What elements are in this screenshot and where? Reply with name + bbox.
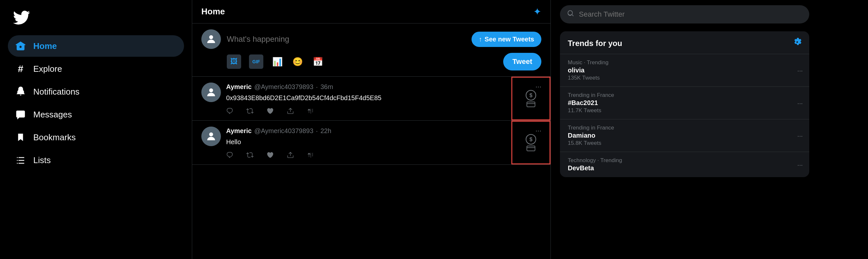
tweet-2-time: 22h [320,127,331,135]
twitter-logo[interactable] [8,5,184,31]
schedule-icon[interactable]: 📅 [312,56,324,68]
composer-actions: 🖼 GIF 📊 😊 📅 Tweet [202,53,541,70]
trend-bac-more-icon[interactable]: ··· [797,99,803,107]
tweet-1-reply-button[interactable] [226,107,233,115]
trend-item-olivia[interactable]: Music · Trending olivia 135K Tweets ··· [560,54,809,87]
composer-top: ↑ See new Tweets [202,29,541,49]
image-upload-icon[interactable]: 🖼 [227,55,241,69]
lists-icon [14,154,27,166]
svg-rect-4 [527,102,535,107]
page-title: Home [202,6,225,17]
tweet-2: Aymeric @Aymeric40379893 · 22h ··· Hello [192,121,551,165]
gif-icon[interactable]: GIF [249,55,264,69]
svg-point-0 [209,35,213,39]
tweet-2-text: Hello [226,137,541,147]
tweet-1-share-button[interactable] [287,107,294,115]
tweet-2-avatar [202,127,221,146]
trend-item-damiano[interactable]: Trending in France Damiano 15.8K Tweets … [560,119,809,152]
tweet-2-dot: · [316,127,318,135]
trend-devbeta-name: DevBeta [568,164,801,172]
tweet-composer: ↑ See new Tweets 🖼 GIF 📊 😊 📅 Tweet [192,24,551,77]
svg-point-1 [209,88,213,92]
explore-icon: # [14,63,27,75]
messages-icon [14,108,27,121]
tweet-2-tip-icon[interactable]: $ [525,133,537,152]
tweet-1-actions [226,107,541,115]
svg-point-6 [209,132,213,136]
trend-devbeta-category: Technology · Trending [568,157,801,164]
poll-icon[interactable]: 📊 [271,56,284,68]
sidebar-item-home-label: Home [33,41,57,51]
sidebar-item-lists[interactable]: Lists [8,150,184,171]
search-input[interactable] [579,10,802,19]
sidebar-item-messages-label: Messages [33,109,72,120]
tweet-2-author: Aymeric [226,127,252,135]
trend-olivia-category: Music · Trending [568,59,801,66]
trends-header: Trends for you [560,31,809,54]
tweet-1-dot: · [316,83,318,91]
tweet-2-like-button[interactable] [267,151,274,159]
main-header: Home ✦ [192,0,551,24]
trend-item-devbeta[interactable]: Technology · Trending DevBeta ··· [560,152,809,177]
emoji-icon[interactable]: 😊 [291,56,304,68]
tweet-2-tip-box: $ [512,121,551,164]
tweet-1-header: Aymeric @Aymeric40379893 · 36m ··· [226,83,541,91]
sidebar-item-explore[interactable]: # Explore [8,58,184,79]
sparkle-icon[interactable]: ✦ [533,6,541,17]
tweet-2-handle: @Aymeric40379893 [254,127,313,135]
tweet-1-text: 0x93843E8bd6D2E1Ca9fD2b54Cf4dcFbd15F4d5E… [226,93,541,103]
tweet-1-time: 36m [320,83,333,91]
trend-damiano-name: Damiano [568,132,801,139]
trend-olivia-count: 135K Tweets [568,75,801,81]
sidebar: Home # Explore Notifications Messages Bo… [0,0,192,259]
tweet-2-actions [226,151,541,159]
sidebar-item-messages[interactable]: Messages [8,104,184,125]
sidebar-item-home[interactable]: Home [8,35,184,57]
search-bar[interactable] [560,5,809,24]
home-icon [14,40,27,52]
sidebar-item-bookmarks[interactable]: Bookmarks [8,127,184,148]
tweet-input[interactable] [227,35,466,44]
composer-avatar [202,29,221,49]
sidebar-item-explore-label: Explore [33,64,62,74]
trends-title: Trends for you [568,39,622,48]
svg-rect-9 [527,146,535,151]
sidebar-item-notifications-label: Notifications [33,87,80,97]
tweet-1-tip-icon[interactable]: $ [525,89,537,108]
tweet-2-analytics-button[interactable] [307,151,314,159]
tweet-1-retweet-button[interactable] [246,107,253,115]
tweet-2-header: Aymeric @Aymeric40379893 · 22h ··· [226,127,541,135]
trend-item-bac2021[interactable]: Trending in France #Bac2021 11.7K Tweets… [560,87,809,119]
svg-text:$: $ [529,92,532,98]
sidebar-item-notifications[interactable]: Notifications [8,81,184,102]
tweet-2-share-button[interactable] [287,151,294,159]
tweet-2-retweet-button[interactable] [246,151,253,159]
tweet-2-content: Aymeric @Aymeric40379893 · 22h ··· Hello [226,127,541,159]
tweet-1-like-button[interactable] [267,107,274,115]
tweet-2-reply-button[interactable] [226,151,233,159]
tweet-1-tip-box: $ [512,77,551,120]
trend-damiano-more-icon[interactable]: ··· [797,132,803,139]
trend-damiano-category: Trending in France [568,125,801,131]
trend-olivia-more-icon[interactable]: ··· [797,67,803,74]
trend-bac-name: #Bac2021 [568,99,801,107]
notifications-icon [14,86,27,98]
trend-devbeta-more-icon[interactable]: ··· [797,161,803,168]
trends-settings-icon[interactable] [793,38,801,48]
tweet-1-author: Aymeric [226,83,252,91]
bookmarks-icon [14,131,27,143]
trend-olivia-name: olivia [568,67,801,74]
sidebar-item-bookmarks-label: Bookmarks [33,132,76,142]
tweet-1-handle: @Aymeric40379893 [254,83,313,91]
trend-bac-count: 11.7K Tweets [568,107,801,114]
tweet-1-avatar [202,83,221,102]
tweet-button[interactable]: Tweet [503,53,541,70]
tweet-1: Aymeric @Aymeric40379893 · 36m ··· 0x938… [192,77,551,121]
tweet-1-analytics-button[interactable] [307,107,314,115]
trend-bac-category: Trending in France [568,92,801,98]
see-new-tweets-button[interactable]: ↑ See new Tweets [471,32,541,47]
sidebar-item-lists-label: Lists [33,155,51,165]
right-sidebar: Trends for you Music · Trending olivia 1… [551,0,818,259]
main-feed: Home ✦ ↑ See new Tweets 🖼 GIF 📊 😊 📅 Twee… [192,0,551,259]
trends-card: Trends for you Music · Trending olivia 1… [560,31,809,177]
